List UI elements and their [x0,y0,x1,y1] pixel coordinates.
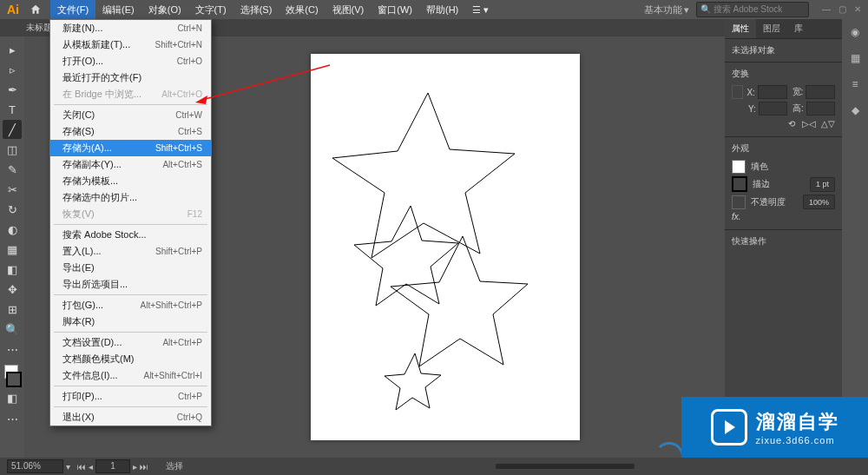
panel-icon-symbols[interactable]: ◆ [845,101,865,120]
tool-11[interactable]: ◧ [3,260,22,279]
h-field[interactable] [806,102,835,115]
rotate-icon[interactable]: ⟲ [788,119,795,129]
file-menu-item[interactable]: 文档颜色模式(M) [50,351,211,367]
zoom-level[interactable]: 51.06% [7,459,63,473]
color-swatches[interactable] [3,363,22,387]
prev-page-icon[interactable]: ◂ [89,462,93,472]
menu-编辑[interactable]: 编辑(E) [95,0,141,19]
file-menu-item[interactable]: 关闭(C)Ctrl+W [50,107,211,123]
file-menu-item[interactable]: 搜索 Adobe Stock... [50,227,211,243]
menu-帮助[interactable]: 帮助(H) [419,0,465,19]
file-menu-item[interactable]: 新建(N)...Ctrl+N [50,20,211,36]
panel-icon-swatches[interactable]: ▦ [845,49,865,68]
tool-6[interactable]: ✎ [3,160,22,179]
home-icon[interactable] [28,2,43,17]
panel-icon-color[interactable]: ◉ [845,23,865,42]
tool-12[interactable]: ✥ [3,280,22,299]
menu-文件[interactable]: 文件(F) [50,0,95,19]
toolbar-options-icon[interactable]: ⋯ [3,409,22,428]
artboard[interactable] [311,54,580,440]
menu-separator [54,332,207,333]
file-menu-item[interactable]: 存储为(A)...Shift+Ctrl+S [50,140,211,156]
page-number[interactable]: 1 [95,459,130,473]
file-menu-item[interactable]: 存储(S)Ctrl+S [50,123,211,140]
tool-10[interactable]: ▦ [3,240,22,259]
tool-9[interactable]: ◐ [3,220,22,239]
chevron-down-icon[interactable]: ▾ [66,462,70,472]
file-menu-item[interactable]: 存储副本(Y)...Alt+Ctrl+S [50,156,211,173]
file-menu-item[interactable]: 打开(O)...Ctrl+O [50,53,211,69]
flip-h-icon[interactable]: ▷◁ [802,119,816,129]
opacity-value[interactable]: 100% [803,195,835,209]
maximize-icon[interactable]: ▢ [837,4,847,15]
menu-item-shortcut: Ctrl+S [178,125,202,138]
menu-窗口[interactable]: 窗口(W) [371,0,419,19]
menu-item-shortcut: Ctrl+P [178,390,202,403]
tool-2[interactable]: ✒ [3,80,22,99]
stroke-swatch[interactable] [6,372,22,387]
status-bar: 51.06% ▾ ⏮ ◂ 1 ▸ ⏭ 选择 [0,458,868,475]
screen-mode-icon[interactable]: ◧ [3,388,22,407]
tab-properties[interactable]: 属性 [725,19,756,38]
search-input[interactable]: 🔍 搜索 Adobe Stock [696,2,809,17]
fx-label[interactable]: fx. [732,212,741,221]
tool-14[interactable]: 🔍 [3,320,22,339]
file-menu-item[interactable]: 最近打开的文件(F) [50,69,211,86]
menu-bar: Ai 文件(F)编辑(E)对象(O)文字(T)选择(S)效果(C)视图(V)窗口… [0,0,868,19]
tool-13[interactable]: ⊞ [3,300,22,319]
menu-item-label: 置入(L)... [62,245,102,258]
menu-效果[interactable]: 效果(C) [279,0,325,19]
menu-separator [54,104,207,105]
workspace-label[interactable]: 基本功能 [644,3,682,16]
file-menu-item[interactable]: 文档设置(D)...Alt+Ctrl+P [50,334,211,351]
menu-separator [54,294,207,295]
file-menu-item[interactable]: 打包(G)...Alt+Shift+Ctrl+P [50,297,211,313]
status-mode[interactable]: 选择 [166,460,183,472]
stroke-label: 描边 [753,178,770,190]
file-menu-item[interactable]: 置入(L)...Shift+Ctrl+P [50,243,211,260]
minimize-icon[interactable]: — [821,4,832,15]
file-menu-item[interactable]: 存储为模板... [50,173,211,189]
menu-对象[interactable]: 对象(O) [141,0,188,19]
reference-point-icon[interactable] [732,85,743,99]
stroke-swatch-icon[interactable] [732,176,747,192]
fill-swatch-icon[interactable] [732,160,746,174]
menu-视图[interactable]: 视图(V) [326,0,372,19]
menu-选择[interactable]: 选择(S) [233,0,279,19]
last-page-icon[interactable]: ⏭ [140,462,148,472]
file-menu-item[interactable]: 导出所选项目... [50,276,211,293]
tool-5[interactable]: ◫ [3,140,22,159]
stroke-weight[interactable]: 1 pt [810,177,835,192]
scrollbar-horizontal[interactable] [496,464,635,469]
tool-1[interactable]: ▹ [3,60,22,79]
file-menu-item[interactable]: 导出(E) [50,260,211,276]
file-menu-item[interactable]: 文件信息(I)...Alt+Shift+Ctrl+I [50,367,211,384]
next-page-icon[interactable]: ▸ [133,462,137,472]
close-icon[interactable]: ✕ [852,4,863,15]
menu-extra-icon[interactable]: ☰ ▾ [465,0,496,19]
flip-v-icon[interactable]: △▽ [821,119,835,129]
w-field[interactable] [806,85,835,99]
tool-7[interactable]: ✂ [3,180,22,199]
file-menu-item[interactable]: 存储选中的切片... [50,189,211,206]
menu-item-label: 文档设置(D)... [62,336,122,349]
menu-文字[interactable]: 文字(T) [188,0,233,19]
tool-4[interactable]: ╱ [3,120,22,139]
chevron-down-icon: ▾ [684,4,689,16]
file-menu-item[interactable]: 打印(P)...Ctrl+P [50,388,211,405]
x-field[interactable] [758,85,787,99]
tool-3[interactable]: T [3,100,22,119]
tool-8[interactable]: ↻ [3,200,22,219]
file-menu-item[interactable]: 退出(X)Ctrl+Q [50,409,211,426]
tool-15[interactable]: ⋯ [3,340,22,359]
tool-0[interactable]: ▸ [3,40,22,59]
file-menu-item[interactable]: 脚本(R) [50,313,211,330]
menu-separator [54,386,207,386]
file-menu-item[interactable]: 从模板新建(T)...Shift+Ctrl+N [50,36,211,53]
panel-icon-brushes[interactable]: ≡ [845,75,865,94]
tab-library[interactable]: 库 [787,19,810,38]
y-field[interactable] [759,102,787,115]
tab-layers[interactable]: 图层 [756,19,787,38]
first-page-icon[interactable]: ⏮ [77,462,86,472]
menu-item-label: 存储(S) [62,125,95,138]
